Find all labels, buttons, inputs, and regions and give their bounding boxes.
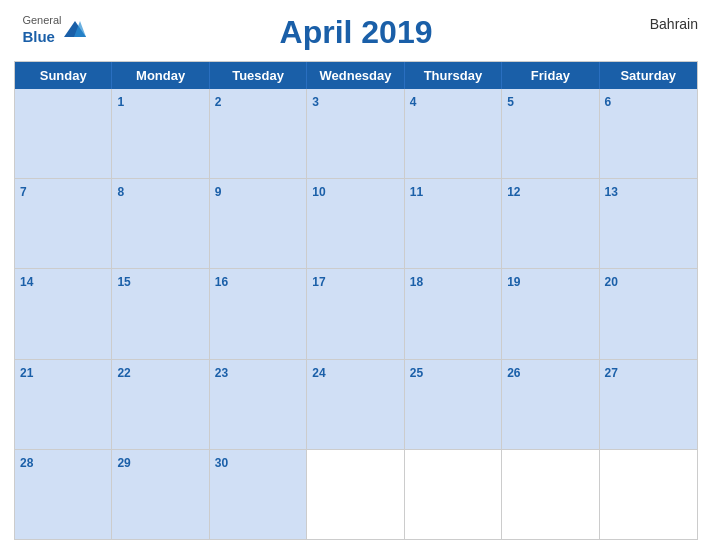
day-cell: 8 (112, 179, 209, 268)
day-header-tuesday: Tuesday (210, 62, 307, 89)
logo-icon (64, 19, 86, 39)
day-cell: 5 (502, 89, 599, 178)
logo-general-text: General (22, 14, 61, 26)
day-cell: 17 (307, 269, 404, 358)
week-row-5: 282930 (15, 449, 697, 539)
day-cell: 2 (210, 89, 307, 178)
day-cell (600, 450, 697, 539)
day-cell: 14 (15, 269, 112, 358)
day-cell: 20 (600, 269, 697, 358)
day-cell: 9 (210, 179, 307, 268)
day-number: 29 (117, 456, 130, 470)
logo-area: General Blue (14, 10, 94, 46)
day-cell: 25 (405, 360, 502, 449)
day-cell: 1 (112, 89, 209, 178)
day-number: 7 (20, 185, 27, 199)
day-cell: 29 (112, 450, 209, 539)
day-number: 24 (312, 366, 325, 380)
calendar-page: General Blue April 2019 Bahrain SundayMo… (0, 0, 712, 550)
day-number: 17 (312, 275, 325, 289)
day-cell: 16 (210, 269, 307, 358)
week-row-3: 14151617181920 (15, 268, 697, 358)
day-cell: 3 (307, 89, 404, 178)
day-headers-row: SundayMondayTuesdayWednesdayThursdayFrid… (15, 62, 697, 89)
day-cell: 11 (405, 179, 502, 268)
day-header-sunday: Sunday (15, 62, 112, 89)
day-cell: 13 (600, 179, 697, 268)
day-cell: 15 (112, 269, 209, 358)
day-number: 14 (20, 275, 33, 289)
day-number: 27 (605, 366, 618, 380)
day-cell: 22 (112, 360, 209, 449)
calendar-grid: SundayMondayTuesdayWednesdayThursdayFrid… (14, 61, 698, 540)
calendar-header: General Blue April 2019 Bahrain (14, 10, 698, 55)
day-cell: 27 (600, 360, 697, 449)
day-number: 4 (410, 95, 417, 109)
day-cell: 26 (502, 360, 599, 449)
calendar-body: 1234567891011121314151617181920212223242… (15, 89, 697, 539)
day-number: 16 (215, 275, 228, 289)
day-header-thursday: Thursday (405, 62, 502, 89)
day-number: 3 (312, 95, 319, 109)
day-number: 30 (215, 456, 228, 470)
day-cell (502, 450, 599, 539)
day-number: 21 (20, 366, 33, 380)
day-number: 28 (20, 456, 33, 470)
day-number: 20 (605, 275, 618, 289)
country-label: Bahrain (650, 16, 698, 32)
logo-blue-text: Blue (22, 28, 55, 45)
day-cell: 7 (15, 179, 112, 268)
day-number: 15 (117, 275, 130, 289)
day-header-saturday: Saturday (600, 62, 697, 89)
day-header-wednesday: Wednesday (307, 62, 404, 89)
day-cell: 18 (405, 269, 502, 358)
day-number: 12 (507, 185, 520, 199)
day-number: 18 (410, 275, 423, 289)
day-number: 25 (410, 366, 423, 380)
day-number: 26 (507, 366, 520, 380)
day-cell: 23 (210, 360, 307, 449)
day-number: 1 (117, 95, 124, 109)
day-number: 13 (605, 185, 618, 199)
day-number: 19 (507, 275, 520, 289)
week-row-4: 21222324252627 (15, 359, 697, 449)
day-number: 11 (410, 185, 423, 199)
day-number: 10 (312, 185, 325, 199)
day-number: 5 (507, 95, 514, 109)
day-cell: 10 (307, 179, 404, 268)
day-header-monday: Monday (112, 62, 209, 89)
day-cell: 12 (502, 179, 599, 268)
day-cell (307, 450, 404, 539)
day-number: 8 (117, 185, 124, 199)
day-number: 23 (215, 366, 228, 380)
day-number: 2 (215, 95, 222, 109)
day-cell: 21 (15, 360, 112, 449)
week-row-1: 123456 (15, 89, 697, 178)
week-row-2: 78910111213 (15, 178, 697, 268)
day-cell: 30 (210, 450, 307, 539)
day-number: 6 (605, 95, 612, 109)
day-header-friday: Friday (502, 62, 599, 89)
day-number: 9 (215, 185, 222, 199)
day-cell: 6 (600, 89, 697, 178)
day-cell: 4 (405, 89, 502, 178)
day-cell (405, 450, 502, 539)
day-cell: 19 (502, 269, 599, 358)
month-title: April 2019 (280, 14, 433, 51)
day-cell (15, 89, 112, 178)
day-cell: 28 (15, 450, 112, 539)
day-cell: 24 (307, 360, 404, 449)
day-number: 22 (117, 366, 130, 380)
